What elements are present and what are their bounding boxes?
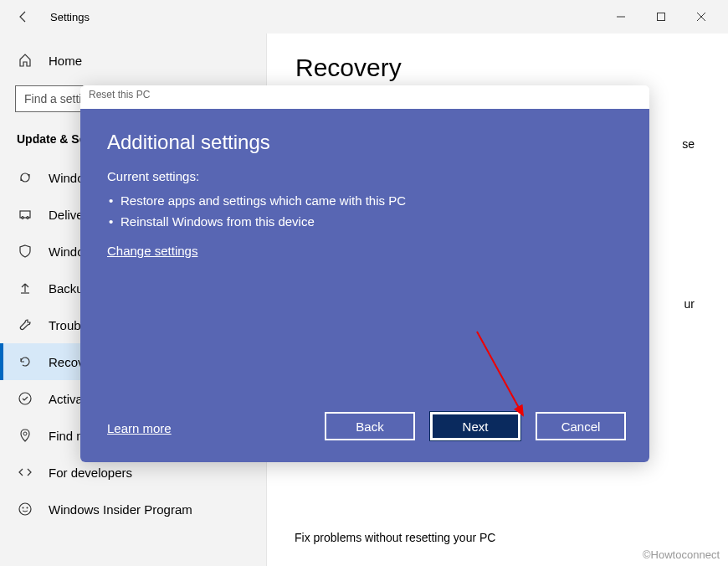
shield-icon [17,243,33,260]
list-item: Reinstall Windows from this device [107,211,623,232]
wrench-icon [17,316,33,333]
back-button[interactable]: Back [325,412,415,440]
settings-list: Restore apps and settings which came wit… [107,190,623,232]
cancel-button[interactable]: Cancel [536,412,626,440]
svg-point-9 [23,507,24,509]
fix-problems-text: Fix problems without resetting your PC [295,531,495,544]
dialog-body: Additional settings Current settings: Re… [80,109,649,462]
svg-rect-1 [658,13,665,21]
watermark: ©Howtoconnect [643,548,720,561]
dialog-subheading: Current settings: [107,169,623,183]
next-button[interactable]: Next [430,412,520,440]
svg-point-10 [27,507,28,509]
maximize-button[interactable] [641,0,681,33]
window-title: Settings [50,11,90,23]
sync-icon [17,169,33,186]
back-button[interactable] [7,0,40,33]
sidebar-item-insider[interactable]: Windows Insider Program [0,491,266,527]
truncated-text: ur [684,297,695,311]
home-icon [17,52,33,69]
dialog-buttons: Back Next Cancel [325,412,626,440]
svg-point-7 [23,432,27,435]
change-settings-link[interactable]: Change settings [107,244,623,258]
list-item: Restore apps and settings which came wit… [107,190,623,211]
svg-point-8 [19,503,31,515]
location-icon [17,427,33,444]
insider-icon [17,501,33,517]
sidebar-home-label: Home [49,54,82,68]
code-icon [17,464,33,481]
page-title: Recovery [295,54,700,82]
truncated-text: se [682,137,695,151]
reset-pc-dialog: Reset this PC Additional settings Curren… [80,85,649,462]
svg-point-6 [19,393,31,404]
recovery-icon [17,353,33,370]
sidebar-item-label: Windows Insider Program [49,502,192,517]
title-bar: Settings [0,0,728,33]
delivery-icon [17,206,33,223]
close-button[interactable] [681,0,721,33]
check-icon [17,390,33,407]
dialog-titlebar: Reset this PC [80,85,649,109]
window-controls [601,0,721,33]
sidebar-item-label: For developers [49,466,132,480]
backup-icon [17,280,33,296]
dialog-heading: Additional settings [107,131,623,154]
learn-more-link[interactable]: Learn more [107,421,172,435]
minimize-button[interactable] [601,0,641,33]
sidebar-home[interactable]: Home [0,44,266,77]
